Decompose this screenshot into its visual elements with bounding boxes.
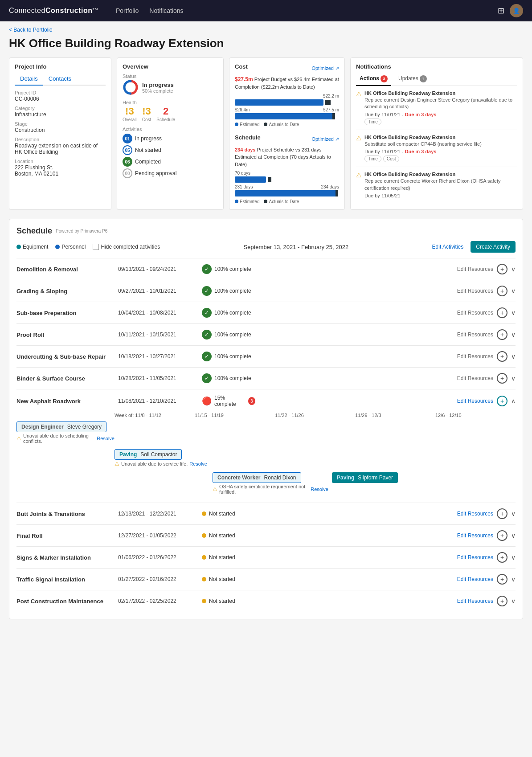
sched-status-text-11: Not started — [209, 598, 235, 604]
alert-badge: 3 — [248, 397, 255, 405]
create-activity-button[interactable]: Create Activity — [471, 241, 516, 253]
resolve-link[interactable]: Resolve — [97, 436, 115, 441]
sched-actions-5: Edit Resources + ∨ — [457, 373, 516, 384]
nav-notifications[interactable]: Notifications — [149, 7, 183, 14]
notif-tag: Cost — [383, 155, 400, 162]
tab-contacts[interactable]: Contacts — [43, 74, 77, 85]
logo: ConnectedConstructionTM — [9, 7, 98, 15]
edit-resources-link-2[interactable]: Edit Resources — [457, 310, 493, 316]
project-field-location: Location222 Flushing St.Boston, MA 02101 — [15, 159, 106, 177]
overview-panel: Overview Status In progress 50% complete… — [117, 57, 224, 210]
add-btn-7[interactable]: + — [497, 508, 507, 519]
notifications-title: Notifications — [356, 63, 517, 70]
edit-resources-link-7[interactable]: Edit Resources — [457, 511, 493, 517]
warning-text: Unavailable due to scheduling conflicts. — [23, 433, 95, 444]
edit-activities-link[interactable]: Edit Activities — [432, 244, 464, 250]
edit-resources-link-8[interactable]: Edit Resources — [457, 532, 493, 539]
add-btn-10[interactable]: + — [497, 574, 507, 585]
sched-actions-4: Edit Resources + ∨ — [457, 351, 516, 362]
edit-resources-link-5[interactable]: Edit Resources — [457, 375, 493, 381]
schedule-legend-dot-act — [264, 200, 267, 203]
chevron-7[interactable]: ∨ — [511, 510, 516, 517]
chevron-8[interactable]: ∨ — [511, 532, 516, 539]
sched-actions-2: Edit Resources + ∨ — [457, 307, 516, 318]
sched-name-3: Proof Roll — [16, 331, 115, 338]
notification-item-2: ⚠ HK Office Building Roadway Extension R… — [356, 172, 517, 203]
add-btn-3[interactable]: + — [497, 329, 507, 340]
edit-resources-link-6[interactable]: Edit Resources — [457, 398, 493, 404]
project-info-tabs: Details Contacts — [15, 74, 106, 86]
edit-resources-link-9[interactable]: Edit Resources — [457, 554, 493, 561]
edit-resources-link-4[interactable]: Edit Resources — [457, 353, 493, 360]
cost-title: Cost — [235, 63, 248, 70]
logo-tm: TM — [92, 7, 98, 11]
add-btn-5[interactable]: + — [497, 373, 507, 384]
cost-panel: Cost Optimized ↗ $27.5m Project Budget v… — [229, 57, 345, 210]
add-btn-9[interactable]: + — [497, 552, 507, 563]
schedule-row-0: Demolition & Removal 09/13/2021 - 09/24/… — [16, 258, 516, 280]
resolve-link-2[interactable]: Resolve — [189, 461, 207, 466]
add-btn-0[interactable]: + — [497, 264, 507, 274]
grid-icon[interactable]: ⊞ — [498, 6, 504, 16]
tab-actions[interactable]: Actions3 — [356, 74, 391, 86]
notif-tags: TimeCost — [364, 155, 482, 162]
activity-in-progress: 01In progress — [123, 134, 218, 143]
chevron-9[interactable]: ∨ — [511, 554, 516, 561]
edit-resources-link-1[interactable]: Edit Resources — [457, 288, 493, 294]
edit-resources-link-3[interactable]: Edit Resources — [457, 331, 493, 338]
edit-resources-link-11[interactable]: Edit Resources — [457, 598, 493, 604]
add-btn-1[interactable]: + — [497, 286, 507, 296]
sched-status-0: ✓ 100% complete — [202, 264, 255, 274]
tab-details[interactable]: Details — [15, 74, 43, 86]
chevron-10[interactable]: ∨ — [511, 576, 516, 583]
notif-title: HK Office Building Roadway Extension — [364, 172, 517, 177]
checkbox-box[interactable] — [93, 244, 99, 250]
back-link[interactable]: < Back to Portfolio — [9, 27, 523, 33]
resource-card-concrete-worker: Concrete Worker Ronald Dixon — [213, 472, 301, 483]
resolve-link-3[interactable]: Resolve — [311, 487, 328, 492]
schedule-bar1-label: 70 days — [235, 171, 339, 176]
chevron-0[interactable]: ∨ — [511, 266, 516, 273]
schedule-optimized-link[interactable]: Optimized ↗ — [311, 136, 339, 142]
add-btn-11[interactable]: + — [497, 596, 507, 606]
tab-updates[interactable]: Updates1 — [395, 74, 430, 86]
project-info-title: Project Info — [15, 63, 106, 70]
schedule-row-3: Proof Roll 10/11/2021 - 10/15/2021 ✓ 100… — [16, 323, 516, 345]
project-info-panel: Project Info Details Contacts Project ID… — [9, 57, 111, 210]
schedule-row-9: Signs & Marker Installation 01/06/2022 -… — [16, 546, 516, 568]
updates-badge: 1 — [420, 75, 427, 82]
hide-completed-checkbox[interactable]: Hide completed activities — [93, 244, 160, 250]
nav-portfolio[interactable]: Portfolio — [116, 7, 139, 14]
sched-dates-0: 09/13/2021 - 09/24/2021 — [118, 266, 198, 272]
chevron-11[interactable]: ∨ — [511, 597, 516, 605]
schedule-row-7: Butt Joints & Transitions 12/13/2021 - 1… — [16, 503, 516, 524]
sched-row-main-0: Demolition & Removal 09/13/2021 - 09/24/… — [16, 258, 516, 280]
sched-name-6: New Asphalt Roadwork — [16, 398, 115, 405]
cost-bar1 — [235, 99, 323, 106]
add-btn-6[interactable]: + — [497, 396, 507, 406]
resource-type-concrete: Concrete Worker — [217, 475, 260, 481]
avatar[interactable]: 👤 — [510, 4, 523, 17]
sched-dates-7: 12/13/2021 - 12/22/2021 — [118, 511, 198, 517]
chevron-6[interactable]: ∧ — [511, 397, 516, 405]
sched-actions-6: Edit Resources + ∧ — [457, 396, 516, 406]
chevron-3[interactable]: ∨ — [511, 331, 516, 338]
add-btn-2[interactable]: + — [497, 307, 507, 318]
chevron-1[interactable]: ∨ — [511, 287, 516, 295]
cost-optimized-link[interactable]: Optimized ↗ — [311, 65, 339, 71]
edit-resources-link-0[interactable]: Edit Resources — [457, 266, 493, 272]
add-btn-8[interactable]: + — [497, 530, 507, 541]
status-red-dot: 🔴 — [202, 396, 212, 406]
chevron-5[interactable]: ∨ — [511, 375, 516, 382]
status-yellow-dot — [202, 599, 206, 603]
notifications-panel: Notifications Actions3 Updates1 ⚠ HK Off… — [350, 57, 523, 210]
chevron-2[interactable]: ∨ — [511, 309, 516, 316]
activities-label: Activities — [123, 127, 218, 132]
sched-dates-1: 09/27/2021 - 10/01/2021 — [118, 288, 198, 294]
edit-resources-link-10[interactable]: Edit Resources — [457, 576, 493, 582]
add-btn-4[interactable]: + — [497, 351, 507, 362]
chevron-4[interactable]: ∨ — [511, 353, 516, 360]
project-field-project-id: Project IDCC-00006 — [15, 90, 106, 102]
schedule-row-8: Final Roll 12/27/2021 - 01/05/2022 Not s… — [16, 524, 516, 546]
notif-title: HK Office Building Roadway Extension — [364, 135, 482, 140]
